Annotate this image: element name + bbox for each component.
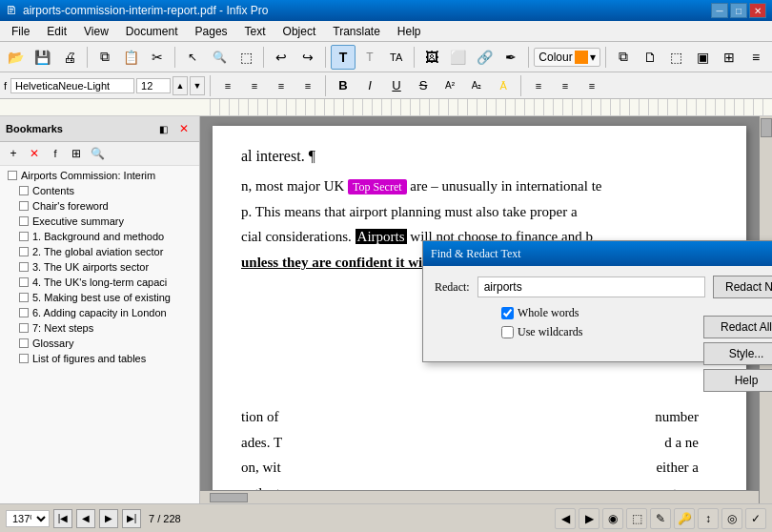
maximize-button[interactable]: □ bbox=[730, 3, 747, 18]
stamp-tool[interactable]: ✒ bbox=[498, 45, 523, 70]
toolbar-btn-1[interactable]: ⧉ bbox=[611, 45, 636, 70]
bm-item-11[interactable]: Glossary bbox=[0, 336, 199, 351]
shape-tool[interactable]: ⬜ bbox=[446, 45, 471, 70]
minimize-button[interactable]: ─ bbox=[711, 3, 728, 18]
bm-item-3[interactable]: Executive summary bbox=[0, 214, 199, 229]
toolbar-btn-5[interactable]: ⊞ bbox=[717, 45, 742, 70]
bm-item-0[interactable]: Airports Commission: Interim bbox=[0, 168, 199, 183]
bm-item-1[interactable]: Contents bbox=[0, 183, 199, 198]
link-tool[interactable]: 🔗 bbox=[473, 45, 498, 70]
menu-file[interactable]: File bbox=[4, 23, 37, 40]
copy-button[interactable]: ⧉ bbox=[92, 45, 117, 70]
bm-item-9[interactable]: 6. Adding capacity in London bbox=[0, 305, 199, 320]
align-left-btn[interactable]: ≡ bbox=[215, 73, 240, 98]
use-wildcards-checkbox[interactable] bbox=[501, 326, 514, 338]
bm-search-btn[interactable]: 🔍 bbox=[88, 144, 107, 163]
next-page-btn[interactable]: ▶| bbox=[122, 509, 141, 528]
cut-button[interactable]: ✂ bbox=[146, 45, 171, 70]
image-tool[interactable]: 🖼 bbox=[419, 45, 444, 70]
list-btn2[interactable]: ≡ bbox=[553, 73, 578, 98]
font-size-down[interactable]: ▼ bbox=[190, 76, 205, 95]
prev-page-btn[interactable]: ◀ bbox=[76, 509, 95, 528]
st-icon-2[interactable]: ▶ bbox=[579, 508, 599, 529]
menu-edit[interactable]: Edit bbox=[39, 23, 74, 40]
list-btn3[interactable]: ≡ bbox=[579, 73, 604, 98]
bm-expand-btn[interactable]: ⊞ bbox=[67, 144, 86, 163]
scrollbar-horizontal[interactable] bbox=[200, 490, 759, 503]
menu-document[interactable]: Document bbox=[118, 23, 186, 40]
list-btn1[interactable]: ≡ bbox=[526, 73, 551, 98]
bm-font-btn[interactable]: f bbox=[46, 144, 65, 163]
bm-item-7[interactable]: 4. The UK's long-term capaci bbox=[0, 275, 199, 290]
menu-object[interactable]: Object bbox=[275, 23, 324, 40]
scrollbar-thumb[interactable] bbox=[761, 118, 772, 137]
menu-view[interactable]: View bbox=[76, 23, 116, 40]
text-tool[interactable]: T bbox=[331, 45, 356, 70]
st-icon-5[interactable]: ✎ bbox=[650, 508, 671, 529]
select-tool[interactable]: ⬚ bbox=[234, 45, 258, 70]
bm-item-2[interactable]: Chair's foreword bbox=[0, 198, 199, 214]
subscript-btn[interactable]: A₂ bbox=[464, 73, 489, 98]
strikethrough-btn[interactable]: S bbox=[411, 73, 436, 98]
font-name-input[interactable]: HelveticaNeue-Light bbox=[10, 78, 134, 93]
bold-btn[interactable]: B bbox=[331, 73, 356, 98]
bookmarks-dock-btn[interactable]: ◧ bbox=[153, 119, 173, 138]
redact-next-button[interactable]: Redact Next bbox=[713, 276, 772, 298]
menu-pages[interactable]: Pages bbox=[188, 23, 235, 40]
zoom-select[interactable]: 137% 100% 150% bbox=[6, 510, 50, 527]
scrollbar-h-thumb[interactable] bbox=[210, 493, 248, 502]
text-tool2[interactable]: T bbox=[357, 45, 382, 70]
st-icon-1[interactable]: ◀ bbox=[555, 508, 576, 529]
bm-item-12[interactable]: List of figures and tables bbox=[0, 351, 199, 366]
toolbar-btn-2[interactable]: 🗋 bbox=[638, 45, 662, 70]
underline-btn[interactable]: U bbox=[384, 73, 409, 98]
save-button[interactable]: 💾 bbox=[30, 45, 55, 70]
bm-add-btn[interactable]: + bbox=[4, 144, 23, 163]
document-scroll[interactable]: al interest. ¶ n, most major UK Top Secr… bbox=[200, 116, 772, 503]
toolbar-btn-3[interactable]: ⬚ bbox=[663, 45, 688, 70]
menu-help[interactable]: Help bbox=[390, 23, 429, 40]
open-button[interactable]: 📂 bbox=[4, 45, 29, 70]
st-icon-9[interactable]: ✓ bbox=[745, 508, 766, 529]
bm-item-4[interactable]: 1. Background and methodo bbox=[0, 229, 199, 244]
text-tool3[interactable]: TA bbox=[384, 45, 409, 70]
align-justify-btn[interactable]: ≡ bbox=[295, 73, 320, 98]
st-icon-4[interactable]: ⬚ bbox=[626, 508, 647, 529]
bm-delete-btn[interactable]: ✕ bbox=[25, 144, 44, 163]
st-icon-6[interactable]: 🔑 bbox=[674, 508, 695, 529]
zoom-tool[interactable]: 🔍 bbox=[207, 45, 232, 70]
bm-item-5[interactable]: 2. The global aviation sector bbox=[0, 244, 199, 259]
superscript-btn[interactable]: A² bbox=[437, 73, 462, 98]
redo-button[interactable]: ↪ bbox=[295, 45, 320, 70]
st-icon-3[interactable]: ◉ bbox=[602, 508, 623, 529]
redact-text-input[interactable] bbox=[477, 276, 705, 297]
paste-button[interactable]: 📋 bbox=[119, 45, 144, 70]
menu-text[interactable]: Text bbox=[237, 23, 274, 40]
redact-all-button[interactable]: Redact All bbox=[703, 316, 772, 338]
align-right-btn[interactable]: ≡ bbox=[269, 73, 294, 98]
bm-item-6[interactable]: 3. The UK airports sector bbox=[0, 259, 199, 275]
print-button[interactable]: 🖨 bbox=[57, 45, 82, 70]
menu-translate[interactable]: Translate bbox=[325, 23, 388, 40]
style-button[interactable]: Style... bbox=[703, 342, 772, 365]
play-btn[interactable]: ▶ bbox=[99, 509, 118, 528]
bookmarks-close-btn[interactable]: ✕ bbox=[174, 119, 193, 138]
st-icon-8[interactable]: ◎ bbox=[721, 508, 742, 529]
font-size-up[interactable]: ▲ bbox=[173, 76, 188, 95]
undo-button[interactable]: ↩ bbox=[269, 45, 294, 70]
font-size-input[interactable]: 12 bbox=[136, 78, 171, 93]
first-page-btn[interactable]: |◀ bbox=[53, 509, 72, 528]
align-center-btn[interactable]: ≡ bbox=[242, 73, 267, 98]
colour-picker[interactable]: Colour ▾ bbox=[534, 48, 599, 67]
toolbar-btn-4[interactable]: ▣ bbox=[690, 45, 715, 70]
highlight-btn[interactable]: Ā bbox=[491, 73, 516, 98]
whole-words-checkbox[interactable] bbox=[501, 307, 514, 319]
italic-btn[interactable]: I bbox=[357, 73, 382, 98]
cursor-tool[interactable]: ↖ bbox=[180, 45, 205, 70]
document-view[interactable]: al interest. ¶ n, most major UK Top Secr… bbox=[200, 116, 772, 503]
toolbar-btn-6[interactable]: ≡ bbox=[743, 45, 768, 70]
help-button[interactable]: Help bbox=[703, 369, 772, 392]
st-icon-7[interactable]: ↕ bbox=[698, 508, 719, 529]
close-button[interactable]: ✕ bbox=[749, 3, 766, 18]
bm-item-10[interactable]: 7: Next steps bbox=[0, 320, 199, 336]
